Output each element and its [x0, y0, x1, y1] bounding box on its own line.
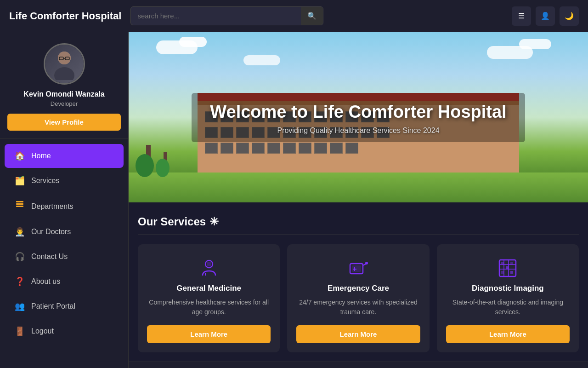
svg-rect-7 [16, 203, 23, 205]
hero-section: Welcome to Life Comforter Hospital Provi… [129, 32, 588, 202]
sidebar-item-patient-portal[interactable]: 👥 Patient Portal [5, 294, 124, 318]
contact-icon: 🎧 [15, 252, 25, 262]
service-card-general-medicine: General Medicine Comprehensive healthcar… [138, 244, 280, 352]
search-button[interactable]: 🔍 [301, 7, 323, 25]
diagnostic-imaging-title: Diagnostic Imaging [472, 284, 544, 293]
sidebar-item-label-home: Home [31, 152, 51, 160]
services-grid: General Medicine Comprehensive healthcar… [138, 244, 579, 352]
emergency-care-title: Emergency Care [328, 284, 389, 293]
hero-title: Welcome to Life Comforter Hospital [210, 102, 506, 122]
layers-icon [15, 201, 24, 210]
menu-icon-button[interactable]: ☰ [512, 6, 531, 26]
learn-more-button-general-medicine[interactable]: Learn More [147, 325, 271, 343]
svg-rect-11 [207, 262, 211, 266]
sidebar-item-label-departments: Departments [31, 202, 74, 211]
sidebar-item-home[interactable]: 🏠 Home [5, 144, 124, 168]
svg-rect-27 [501, 271, 504, 274]
hero-subtitle: Providing Quality Healthcare Services Si… [210, 126, 506, 135]
svg-rect-25 [506, 266, 509, 269]
about-icon: ❓ [15, 276, 25, 287]
avatar [44, 43, 85, 85]
logout-icon: 🚪 [15, 326, 25, 336]
learn-more-button-emergency-care[interactable]: Learn More [296, 325, 420, 343]
menu-icon: ☰ [518, 12, 525, 20]
sidebar-nav: 🏠 Home 🗂️ Services Departments [0, 138, 128, 368]
learn-more-button-diagnostic-imaging[interactable]: Learn More [446, 325, 570, 343]
svg-point-2 [58, 52, 71, 64]
home-icon: 🏠 [15, 151, 25, 161]
header-icons: ☰ 👤 🌙 [512, 6, 579, 26]
diagnostic-imaging-desc: State-of-the-art diagnostic and imaging … [446, 298, 570, 317]
svg-rect-28 [510, 271, 513, 274]
service-card-emergency-care: Emergency Care 24/7 emergency services w… [287, 244, 429, 352]
general-medicine-desc: Comprehensive healthcare services for al… [147, 298, 271, 317]
patient-portal-icon: 👥 [15, 301, 25, 311]
main-content: Welcome to Life Comforter Hospital Provi… [129, 32, 588, 368]
search-container: 🔍 [130, 6, 323, 25]
header-logo: Life Comforter Hospital [9, 10, 121, 22]
hero-grass [129, 172, 588, 202]
svg-rect-24 [501, 262, 504, 264]
general-medicine-icon [199, 258, 219, 278]
svg-rect-9 [16, 201, 23, 202]
sidebar-item-label-contact: Contact Us [31, 253, 68, 261]
doctors-icon: 👨‍⚕️ [15, 227, 25, 237]
services-divider [138, 235, 579, 235]
footer: © 2024 Life Comforter Hospital. All Righ… [129, 362, 588, 368]
sidebar-item-logout[interactable]: 🚪 Logout [5, 319, 124, 343]
sidebar-item-label-services: Services [31, 177, 59, 185]
emergency-care-icon [348, 258, 368, 278]
service-card-diagnostic-imaging: Diagnostic Imaging State-of-the-art diag… [437, 244, 579, 352]
svg-rect-8 [16, 206, 23, 207]
sidebar: Kevin Omondi Wanzala Developer View Prof… [0, 32, 129, 368]
sidebar-item-services[interactable]: 🗂️ Services [5, 169, 124, 193]
services-heading-text: Our Services [138, 215, 206, 228]
moon-icon: 🌙 [565, 12, 574, 20]
svg-point-18 [365, 262, 368, 264]
sidebar-item-label-patient-portal: Patient Portal [31, 302, 75, 310]
sidebar-item-label-doctors: Our Doctors [31, 228, 71, 236]
sidebar-item-our-doctors[interactable]: 👨‍⚕️ Our Doctors [5, 220, 124, 244]
services-heading: Our Services ✳ [138, 215, 579, 228]
services-section: Our Services ✳ General Medicine Comprehe… [129, 202, 588, 362]
general-medicine-title: General Medicine [176, 284, 241, 293]
svg-rect-26 [510, 262, 513, 264]
user-icon: 👤 [541, 12, 550, 20]
sidebar-item-label-about: About us [31, 277, 60, 286]
main-layout: Kevin Omondi Wanzala Developer View Prof… [0, 32, 588, 368]
services-heading-icon: ✳ [209, 215, 219, 228]
sidebar-profile: Kevin Omondi Wanzala Developer View Prof… [0, 32, 128, 138]
diagnostic-imaging-icon [498, 258, 518, 278]
user-icon-button[interactable]: 👤 [536, 6, 555, 26]
services-icon: 🗂️ [15, 176, 25, 186]
svg-point-3 [54, 67, 74, 80]
sidebar-item-about-us[interactable]: ❓ About us [5, 270, 124, 293]
avatar-image [48, 48, 80, 80]
emergency-care-desc: 24/7 emergency services with specialized… [296, 298, 420, 317]
header: Life Comforter Hospital 🔍 ☰ 👤 🌙 [0, 0, 588, 32]
departments-icon [15, 201, 25, 212]
profile-name: Kevin Omondi Wanzala [23, 90, 104, 98]
sidebar-item-contact-us[interactable]: 🎧 Contact Us [5, 245, 124, 269]
hero-overlay: Welcome to Life Comforter Hospital Provi… [192, 93, 525, 142]
search-input[interactable] [131, 7, 301, 24]
sidebar-item-departments[interactable]: Departments [5, 194, 124, 219]
profile-role: Developer [51, 100, 78, 107]
view-profile-button[interactable]: View Profile [7, 114, 121, 131]
sidebar-item-label-logout: Logout [31, 327, 54, 335]
dark-mode-button[interactable]: 🌙 [560, 6, 579, 26]
